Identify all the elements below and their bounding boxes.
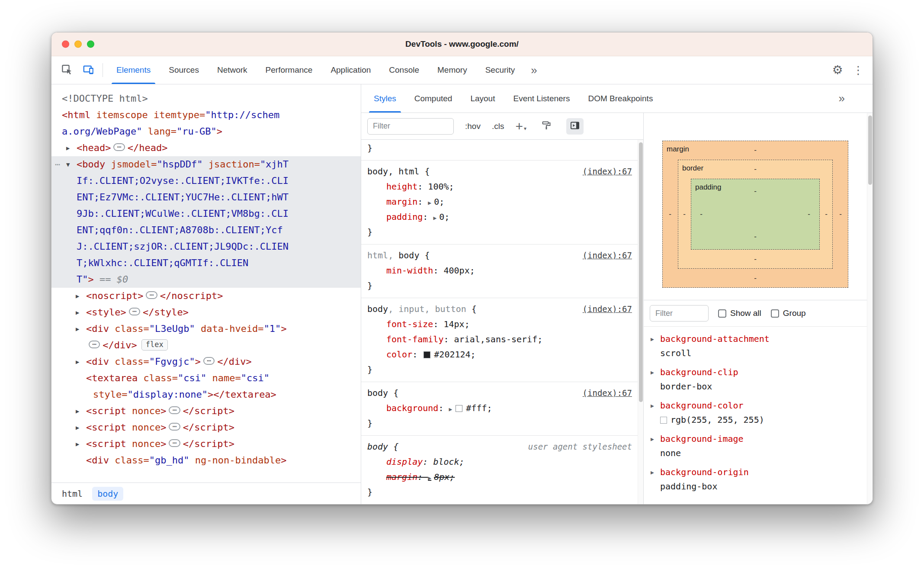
sidebar-tab-event-listeners[interactable]: Event Listeners: [504, 84, 579, 113]
stylesheet-link[interactable]: (index):67: [583, 302, 632, 317]
dom-tree-row[interactable]: J:.CLIENT;szjOR:.CLIENT;JL9QDc:.CLIEN: [51, 238, 361, 255]
style-property[interactable]: margin: ▶8px;: [367, 470, 632, 485]
expand-right-icon[interactable]: ▶: [76, 321, 79, 337]
crumb-body[interactable]: body: [92, 487, 123, 501]
expand-right-icon[interactable]: ▶: [76, 403, 79, 419]
dom-tree-row[interactable]: <html itemscope itemtype="http://schem: [51, 107, 361, 123]
tab-security[interactable]: Security: [476, 56, 524, 84]
expand-value-icon[interactable]: ▶: [433, 215, 436, 221]
box-model-value[interactable]: -: [700, 210, 703, 219]
inline-expand-button[interactable]: ⋯: [203, 357, 215, 365]
tab-console[interactable]: Console: [380, 56, 428, 84]
dom-tree-row[interactable]: ▶<script nonce>⋯</script>: [51, 419, 361, 436]
tab-application[interactable]: Application: [321, 56, 380, 84]
dom-tree-row[interactable]: 9Jb:.CLIENT;WCulWe:.CLIENT;VM8bg:.CLI: [51, 206, 361, 222]
dom-tree-row[interactable]: T"> == $0: [51, 271, 361, 288]
overflow-dots-icon[interactable]: ⋯: [55, 156, 60, 173]
toggle-computed-sidebar-button[interactable]: [566, 118, 584, 135]
expand-right-icon[interactable]: ▶: [651, 432, 654, 446]
flex-badge[interactable]: flex: [141, 339, 168, 351]
stylesheet-link[interactable]: (index):67: [583, 164, 632, 179]
inspect-element-button[interactable]: [58, 61, 76, 79]
styles-filter-input[interactable]: [367, 118, 454, 135]
color-swatch[interactable]: [660, 417, 667, 424]
dom-tree-row[interactable]: <textarea class="csi" name="csi": [51, 370, 361, 386]
expand-right-icon[interactable]: ▶: [76, 354, 79, 370]
dom-tree-row[interactable]: ▶<div class="Fgvgjc">⋯</div>: [51, 354, 361, 370]
box-model-value[interactable]: -: [754, 232, 757, 241]
computed-property-name[interactable]: ▶background-origin: [648, 465, 873, 479]
box-model-value[interactable]: -: [754, 255, 757, 264]
style-property[interactable]: background: ▶#fff;: [367, 401, 632, 416]
expand-right-icon[interactable]: ▶: [76, 288, 79, 304]
expand-right-icon[interactable]: ▶: [76, 419, 79, 436]
computed-property[interactable]: ▶background-attachmentscroll: [648, 332, 873, 360]
rule-selector[interactable]: body {: [367, 386, 583, 401]
inline-expand-button[interactable]: ⋯: [169, 439, 180, 447]
box-model-value[interactable]: -: [754, 274, 757, 283]
rule-selector[interactable]: body, input, button {: [367, 302, 583, 317]
expand-right-icon[interactable]: ▶: [651, 465, 654, 479]
computed-property-name[interactable]: ▶background-image: [648, 432, 873, 446]
box-model-value[interactable]: -: [754, 146, 757, 154]
color-swatch[interactable]: [456, 405, 462, 412]
style-property[interactable]: font-size: 14px;: [367, 317, 632, 332]
inline-expand-button[interactable]: ⋯: [129, 308, 140, 315]
computed-property[interactable]: ▶background-colorrgb(255, 255, 255): [648, 399, 873, 427]
computed-property[interactable]: ▶background-clipborder-box: [648, 365, 873, 394]
tab-memory[interactable]: Memory: [428, 56, 476, 84]
dom-tree-row[interactable]: ▶<script nonce>⋯</script>: [51, 436, 361, 452]
sidebar-tab-layout[interactable]: Layout: [461, 84, 504, 113]
expand-right-icon[interactable]: ▶: [76, 304, 79, 321]
tab-network[interactable]: Network: [208, 56, 257, 84]
styles-scrollbar-thumb[interactable]: [639, 142, 643, 402]
inline-expand-button[interactable]: ⋯: [89, 341, 100, 348]
minimize-window-button[interactable]: [74, 41, 82, 48]
dom-tree-row[interactable]: ⋯▼<body jsmodel="hspDDf" jsaction="xjhT: [51, 156, 361, 173]
inline-expand-button[interactable]: ⋯: [169, 406, 180, 414]
sidebar-more-tabs-button[interactable]: »: [832, 84, 852, 113]
dom-tree-row[interactable]: ▶<head>⋯</head>: [51, 140, 361, 156]
expand-value-icon[interactable]: ▶: [449, 406, 452, 412]
device-toolbar-button[interactable]: [79, 61, 97, 79]
tab-elements[interactable]: Elements: [107, 56, 160, 84]
expand-right-icon[interactable]: ▶: [66, 140, 70, 156]
dom-tree-row[interactable]: <div class="gb_hd" ng-non-bindable>: [51, 452, 361, 469]
tab-sources[interactable]: Sources: [160, 56, 208, 84]
dom-tree-row[interactable]: ENT;Ez7VMc:.CLIENT;YUC7He:.CLIENT;hWT: [51, 189, 361, 206]
computed-property-name[interactable]: ▶background-attachment: [648, 332, 873, 346]
dom-tree-row[interactable]: ▶<script nonce>⋯</script>: [51, 403, 361, 419]
dom-tree-row[interactable]: <!DOCTYPE html>: [51, 90, 361, 107]
inline-expand-button[interactable]: ⋯: [169, 423, 180, 431]
stylesheet-link[interactable]: (index):67: [583, 386, 632, 401]
more-panels-button[interactable]: »: [524, 56, 544, 84]
toggle-element-state-button[interactable]: :hov: [465, 122, 481, 131]
dom-tree-row[interactable]: ▶<div class="L3eUgb" data-hveid="1">: [51, 321, 361, 337]
main-menu-button[interactable]: ⋮: [849, 61, 867, 79]
computed-property[interactable]: ▶background-imagenone: [648, 432, 873, 460]
style-property[interactable]: margin: ▶0;: [367, 194, 632, 209]
dom-tree-row[interactable]: ENT;qqf0n:.CLIENT;A8708b:.CLIENT;Ycf: [51, 222, 361, 238]
expand-right-icon[interactable]: ▶: [76, 436, 79, 452]
expand-down-icon[interactable]: ▼: [66, 156, 70, 173]
box-model-value[interactable]: -: [754, 187, 757, 196]
sidebar-scrollbar[interactable]: [867, 113, 873, 504]
styles-scrollbar[interactable]: [638, 140, 643, 504]
style-property[interactable]: min-width: 400px;: [367, 263, 632, 278]
expand-value-icon[interactable]: ▶: [428, 199, 431, 206]
group-toggle[interactable]: Group: [771, 309, 806, 318]
rule-selector[interactable]: body {: [367, 439, 528, 454]
box-model-value[interactable]: -: [669, 210, 671, 219]
group-checkbox[interactable]: [771, 309, 779, 318]
dom-tree-row[interactable]: ⋯</div>flex: [51, 337, 361, 354]
computed-property-name[interactable]: ▶background-clip: [648, 365, 873, 379]
sidebar-tab-styles[interactable]: Styles: [365, 84, 405, 113]
style-property[interactable]: color: #202124;: [367, 347, 632, 362]
inline-expand-button[interactable]: ⋯: [113, 143, 125, 151]
dom-tree-row[interactable]: ▶<noscript>⋯</noscript>: [51, 288, 361, 304]
new-style-rule-button[interactable]: + ▾: [515, 121, 526, 132]
stylesheet-link[interactable]: (index):67: [583, 248, 632, 263]
color-swatch[interactable]: [424, 351, 430, 358]
box-model-value[interactable]: -: [754, 165, 757, 174]
style-property[interactable]: padding: ▶0;: [367, 209, 632, 225]
